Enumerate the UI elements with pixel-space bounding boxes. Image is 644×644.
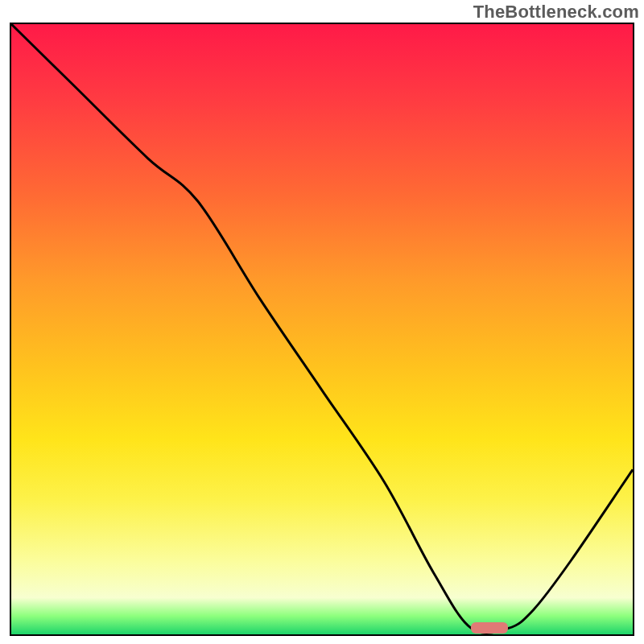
optimal-range-marker [471, 622, 508, 634]
watermark-text: TheBottleneck.com [473, 2, 639, 23]
plot-frame [10, 23, 634, 636]
chart-container: { "watermark": "TheBottleneck.com", "cha… [0, 0, 644, 644]
bottleneck-curve [11, 24, 633, 634]
